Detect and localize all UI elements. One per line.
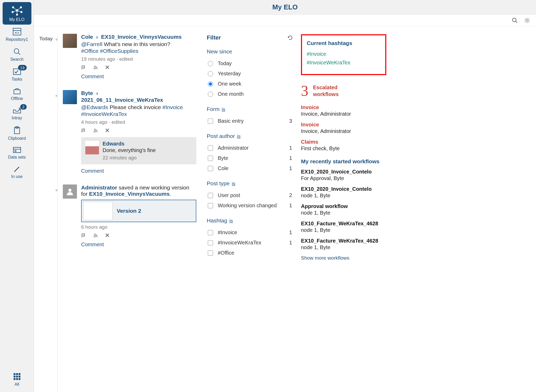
hashtag-link[interactable]: #Invoice bbox=[307, 51, 381, 57]
sidebar-item-clipboard[interactable]: Clipboard bbox=[3, 123, 31, 143]
workflow-item[interactable]: Approval workflownode 1, Byte bbox=[301, 203, 386, 216]
post-text: What's new in this version? bbox=[104, 41, 170, 47]
mention[interactable]: @Edwards bbox=[81, 104, 108, 110]
post-document-link[interactable]: EX10_Invoice_VinnysVacuums bbox=[89, 191, 170, 197]
version-box[interactable]: Version 2 bbox=[81, 200, 196, 222]
filter-check-basicentry[interactable]: Basic entry3 bbox=[207, 116, 293, 126]
flag-button[interactable] bbox=[81, 233, 86, 238]
delete-button[interactable] bbox=[105, 233, 109, 238]
document-thumbnail bbox=[83, 202, 113, 220]
version-label: Version 2 bbox=[117, 208, 141, 214]
hashtag[interactable]: #Invoice bbox=[163, 104, 183, 110]
svg-rect-29 bbox=[16, 376, 18, 378]
filter-check-admin[interactable]: Administrator1 bbox=[207, 143, 293, 153]
mention[interactable]: @Farrell bbox=[81, 41, 102, 47]
post-document-link[interactable]: EX10_Invoice_VinnysVacuums bbox=[101, 34, 182, 40]
subscribe-button[interactable] bbox=[93, 128, 98, 133]
svg-line-41 bbox=[525, 19, 526, 19]
post-timestamp: 4 hours ago bbox=[81, 119, 107, 125]
filter-check-hashtag-invoicewekratex[interactable]: #InvoiceWeKraTex1 bbox=[207, 238, 293, 248]
sidebar-item-inuse[interactable]: In use bbox=[3, 162, 31, 182]
sidebar-item-offline[interactable]: Offline bbox=[3, 84, 31, 104]
repository-icon: ELO bbox=[13, 28, 21, 36]
hashtag[interactable]: #Office #OfficeSupplies bbox=[81, 48, 138, 54]
x-icon bbox=[105, 65, 109, 69]
avatar bbox=[85, 141, 99, 154]
hashtag-link[interactable]: #InvoiceWeKraTex bbox=[307, 60, 381, 66]
filter-is-link[interactable]: is bbox=[222, 107, 225, 112]
subscribe-button[interactable] bbox=[93, 65, 98, 70]
svg-point-14 bbox=[14, 49, 19, 53]
filter-is-link[interactable]: is bbox=[232, 181, 236, 186]
grid-icon bbox=[13, 373, 21, 380]
escalated-label: Escalated bbox=[313, 84, 339, 91]
delete-button[interactable] bbox=[105, 65, 109, 70]
comment-link[interactable]: Comment bbox=[81, 168, 104, 174]
filter-check-byte[interactable]: Byte1 bbox=[207, 153, 293, 163]
filter-check-workingversion[interactable]: Working version changed1 bbox=[207, 200, 293, 211]
workflow-item[interactable]: EX10_Facture_WeKraTex_4628node 1, Byte bbox=[301, 221, 386, 233]
search-button[interactable] bbox=[512, 18, 518, 23]
filter-check-hashtag-invoice[interactable]: #Invoice1 bbox=[207, 227, 293, 238]
flag-button[interactable] bbox=[81, 128, 86, 133]
hashtags-title: Current hashtags bbox=[307, 40, 381, 46]
svg-point-51 bbox=[68, 189, 71, 192]
filter-radio-yesterday[interactable]: Yesterday bbox=[207, 69, 293, 79]
filter-check-userpost[interactable]: User post2 bbox=[207, 190, 293, 200]
sidebar-item-repository[interactable]: ELO Repository1 bbox=[3, 25, 31, 44]
sidebar-item-all[interactable]: All bbox=[3, 369, 31, 389]
clipboard-icon bbox=[13, 126, 21, 135]
svg-rect-32 bbox=[16, 378, 18, 380]
hashtag[interactable]: #InvoiceWeKraTex bbox=[81, 111, 127, 117]
workflow-item[interactable]: EX10_2020_Invoice_Contelonode 1, Byte bbox=[301, 186, 386, 199]
subscribe-button[interactable] bbox=[93, 233, 98, 238]
post-document-link[interactable]: 2021_06_11_Invoice_WeKraTex bbox=[81, 97, 163, 103]
recent-workflows-title: My recently started workflows bbox=[301, 158, 386, 165]
workflow-item[interactable]: InvoiceInvoice, Administrator bbox=[301, 104, 386, 117]
flag-button[interactable] bbox=[81, 65, 86, 70]
comment-link[interactable]: Comment bbox=[81, 242, 104, 248]
settings-button[interactable] bbox=[524, 17, 530, 24]
filter-title: Filter bbox=[207, 34, 221, 41]
intray-badge: 2 bbox=[20, 104, 26, 110]
avatar bbox=[63, 90, 77, 104]
sidebar-item-search[interactable]: Search bbox=[3, 44, 31, 64]
reply-author[interactable]: Edwards bbox=[103, 141, 156, 147]
person-icon bbox=[66, 187, 74, 196]
refresh-button[interactable] bbox=[287, 35, 293, 41]
show-more-link[interactable]: Show more workflows bbox=[301, 255, 386, 261]
filter-radio-oneweek[interactable]: One week bbox=[207, 79, 293, 89]
workflow-item[interactable]: InvoiceInvoice, Administrator bbox=[301, 122, 386, 134]
workflow-item[interactable]: ClaimsFirst check, Byte bbox=[301, 139, 386, 152]
filter-is-link[interactable]: is bbox=[229, 218, 233, 223]
filter-radio-onemonth[interactable]: One month bbox=[207, 89, 293, 99]
feed: Cole › EX10_Invoice_VinnysVacuums @Farre… bbox=[63, 34, 196, 392]
sidebar: My ELO ELO Repository1 Search 13 Tasks bbox=[0, 0, 34, 392]
filter-radio-today[interactable]: Today bbox=[207, 58, 293, 69]
workflow-item[interactable]: EX10_2020_Invoice_ConteloFor Approval, B… bbox=[301, 169, 386, 181]
svg-point-48 bbox=[94, 131, 95, 132]
post-author[interactable]: Cole bbox=[81, 34, 93, 40]
svg-rect-33 bbox=[19, 378, 20, 380]
filter-panel: Filter New since Today Yesterday One wee… bbox=[202, 26, 298, 392]
sidebar-item-intray[interactable]: 2 Intray bbox=[3, 104, 31, 123]
delete-button[interactable] bbox=[105, 128, 109, 133]
chevron-right-icon: › bbox=[96, 34, 98, 40]
sidebar-item-datasets[interactable]: Data sets bbox=[3, 143, 31, 162]
svg-line-43 bbox=[525, 22, 526, 23]
post-author[interactable]: Byte bbox=[81, 90, 93, 96]
rss-icon bbox=[93, 128, 98, 133]
filter-check-hashtag-office[interactable]: #Office bbox=[207, 248, 293, 258]
flag-icon bbox=[81, 233, 86, 238]
filter-is-link[interactable]: is bbox=[237, 133, 241, 139]
svg-line-2 bbox=[13, 7, 17, 10]
sidebar-item-myelo[interactable]: My ELO bbox=[3, 2, 31, 25]
post-author[interactable]: Administrator bbox=[81, 184, 117, 191]
filter-check-cole[interactable]: Cole1 bbox=[207, 163, 293, 173]
comment-link[interactable]: Comment bbox=[81, 74, 104, 80]
svg-line-15 bbox=[18, 53, 20, 55]
x-icon bbox=[105, 128, 109, 132]
svg-line-35 bbox=[516, 21, 517, 23]
sidebar-item-tasks[interactable]: 13 Tasks bbox=[3, 64, 31, 84]
workflow-item[interactable]: EX10_Facture_WeKraTex_4628node 1, Byte bbox=[301, 238, 386, 250]
